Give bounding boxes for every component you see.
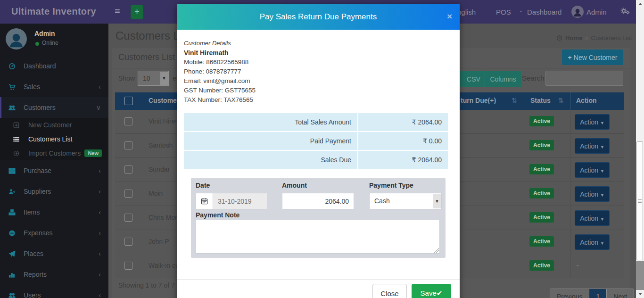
customer-phone: Phone: 0878787777 — [184, 67, 256, 76]
action-dropdown-button[interactable]: Action ▼ — [575, 162, 610, 178]
dashboard-menu[interactable]: Dashboard — [518, 0, 561, 24]
sidebar-menu: DashboardSales‹Customers∨New CustomerCus… — [0, 56, 108, 298]
amount-field[interactable] — [282, 193, 354, 209]
sort-icon[interactable]: ⇅ — [512, 97, 517, 104]
status-badge: Active — [529, 188, 554, 199]
status-badge: Active — [529, 212, 554, 223]
caret-down-icon: ▼ — [600, 169, 604, 174]
sidebar-subitem-import-customers[interactable]: Import CustomersNew — [0, 146, 108, 160]
grid-icon — [8, 167, 20, 174]
sidebar-subitem-customers-list[interactable]: Customers List — [0, 132, 108, 146]
date-field[interactable] — [213, 193, 267, 209]
payment-note-field[interactable] — [196, 220, 440, 254]
modal-title: Pay Sales Return Due Payments — [177, 4, 460, 30]
pagination-previous[interactable]: Previous — [550, 289, 589, 298]
summary-label: Sales Due — [184, 151, 357, 169]
entries-per-page-select[interactable]: 10 ▼ — [138, 71, 169, 86]
chevron-down-icon: ∨ — [96, 104, 101, 111]
action-cell: Action ▼ — [570, 134, 624, 158]
action-cell: - — [570, 254, 624, 278]
row-checkbox[interactable] — [124, 117, 132, 125]
status-badge: Active — [529, 140, 554, 150]
plus-icon: + — [568, 54, 572, 61]
sidebar-item-purchase[interactable]: Purchase‹ — [0, 160, 108, 181]
select-all-checkbox[interactable] — [124, 97, 133, 105]
row-checkbox[interactable] — [124, 141, 132, 149]
sidebar-item-dashboard[interactable]: Dashboard — [0, 56, 108, 76]
sort-icon[interactable]: ⇅ — [558, 97, 564, 104]
pagination-page-1[interactable]: 1 — [589, 289, 607, 298]
summary-row: Paid Payment ₹ 0.00 — [184, 132, 448, 150]
user-menu[interactable]: Admin — [571, 0, 607, 24]
pay-sales-return-modal: Pay Sales Return Due Payments × Customer… — [177, 4, 460, 298]
row-checkbox[interactable] — [124, 214, 132, 222]
breadcrumb-home[interactable]: Home — [565, 34, 582, 41]
settings-menu[interactable] — [620, 0, 630, 24]
column-header-status[interactable]: Status — [530, 97, 551, 104]
chevron-left-icon: ‹ — [99, 167, 101, 174]
summary-value: ₹ 0.00 — [358, 132, 448, 150]
sidebar-item-sales[interactable]: Sales‹ — [0, 76, 108, 97]
action-dropdown-button[interactable]: Action ▼ — [575, 138, 610, 154]
sidebar-item-reports[interactable]: Reports‹ — [0, 264, 108, 285]
show-entries-label: Show — [118, 74, 135, 82]
scroll-down-icon[interactable] — [636, 290, 644, 298]
sidebar-item-users[interactable]: Users‹ — [0, 285, 108, 298]
status-cell: Active — [525, 158, 570, 182]
summary-value: ₹ 2064.00 — [358, 151, 448, 169]
status-cell: Active — [525, 110, 570, 134]
customer-name-cell: John P — [149, 238, 169, 245]
action-cell: Action ▼ — [570, 182, 624, 206]
pagination-next[interactable]: Next — [607, 289, 634, 298]
action-dropdown-button[interactable]: Action ▼ — [575, 234, 610, 250]
chevron-left-icon: ‹ — [99, 208, 101, 216]
hamburger-menu-icon[interactable]: ≡ — [115, 6, 120, 17]
search-input[interactable] — [545, 71, 623, 86]
sidebar-subitem-label: Customers List — [28, 135, 72, 143]
new-customer-button[interactable]: +New Customer — [562, 50, 623, 65]
payment-type-select[interactable]: Cash ▼ — [369, 193, 442, 209]
csv-export-button[interactable]: CSV — [462, 71, 485, 87]
quick-add-button[interactable]: + — [131, 5, 143, 19]
check-icon: ✔ — [437, 289, 443, 297]
payment-type-label: Payment Type — [369, 182, 413, 189]
column-header-customer[interactable]: Customer — [149, 97, 179, 104]
user-label: Admin — [586, 8, 607, 16]
sidebar-item-places[interactable]: Places‹ — [0, 243, 108, 264]
save-button[interactable]: Save✔ — [412, 284, 451, 298]
pagination: Previous 1 Next — [550, 289, 634, 298]
new-badge: New — [84, 149, 102, 157]
sidebar-subitem-new-customer[interactable]: New Customer — [0, 118, 108, 132]
customer-details-heading: Customer Details — [184, 39, 256, 48]
dashboard-label: Dashboard — [527, 8, 561, 16]
row-checkbox[interactable] — [124, 166, 132, 174]
sidebar-item-suppliers[interactable]: Suppliers‹ — [0, 181, 108, 202]
sidebar-item-label: Reports — [24, 271, 47, 278]
sidebar-item-items[interactable]: Items‹ — [0, 202, 108, 223]
sidebar-item-expenses[interactable]: Expenses‹ — [0, 223, 108, 243]
row-checkbox[interactable] — [124, 262, 132, 270]
action-dropdown-button[interactable]: Action ▼ — [575, 210, 610, 226]
plus-square-icon — [487, 8, 493, 16]
customer-gst: GST Number: GST75655 — [184, 86, 256, 95]
list-icon — [13, 136, 25, 142]
action-cell: Action ▼ — [570, 158, 624, 182]
sidebar-item-label: Users — [24, 291, 41, 298]
speedometer-icon — [8, 63, 20, 70]
column-header-return-due[interactable]: turn Due(+) — [461, 97, 496, 104]
close-button[interactable]: Close — [372, 284, 407, 298]
scroll-up-icon[interactable] — [636, 0, 644, 8]
pos-menu[interactable]: POS — [487, 0, 511, 24]
caret-down-icon: ▼ — [600, 241, 604, 246]
row-checkbox[interactable] — [124, 190, 132, 198]
payment-summary-table: Total Sales Amount ₹ 2064.00 Paid Paymen… — [184, 113, 448, 170]
users-icon — [8, 292, 20, 298]
action-dropdown-button[interactable]: Action ▼ — [575, 186, 610, 202]
columns-button[interactable]: Columns — [485, 71, 521, 87]
sidebar-item-customers[interactable]: Customers∨ — [0, 97, 108, 118]
vertical-scrollbar[interactable] — [636, 0, 644, 298]
close-icon[interactable]: × — [447, 12, 452, 21]
scrollbar-thumb[interactable] — [636, 141, 643, 260]
action-dropdown-button[interactable]: Action ▼ — [575, 114, 610, 130]
row-checkbox[interactable] — [124, 238, 132, 246]
